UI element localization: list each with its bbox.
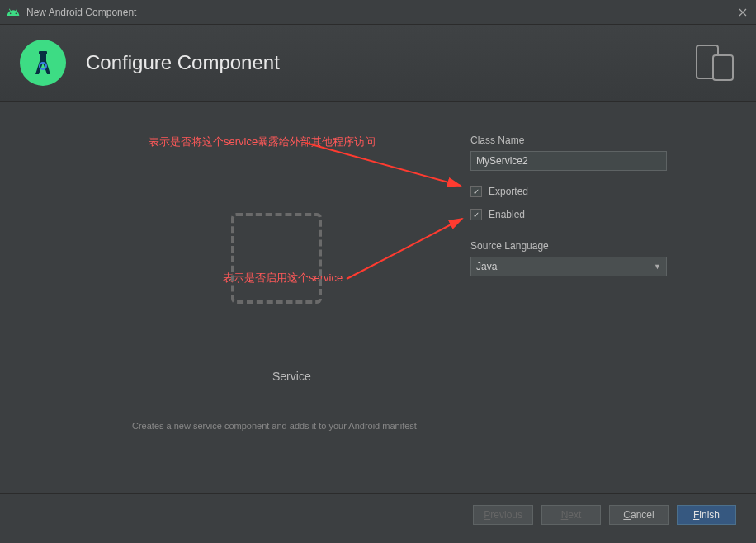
cancel-button[interactable]: Cancel xyxy=(609,505,669,525)
devices-icon xyxy=(695,42,736,83)
svg-rect-2 xyxy=(39,51,47,54)
checkbox-icon xyxy=(470,186,482,197)
source-language-value: Java xyxy=(476,261,497,272)
close-icon[interactable] xyxy=(736,6,749,19)
android-icon xyxy=(7,6,20,19)
enabled-checkbox[interactable]: Enabled xyxy=(470,209,677,220)
dialog-content: 表示是否将这个service暴露给外部其他程序访问 表示是否启用这个servic… xyxy=(0,102,756,493)
dialog-header: Configure Component xyxy=(0,25,756,102)
next-button[interactable]: Next xyxy=(541,505,601,525)
class-name-label: Class Name xyxy=(470,135,677,146)
preview-description: Creates a new service component and adds… xyxy=(132,421,417,431)
finish-button[interactable]: Finish xyxy=(677,505,736,525)
chevron-down-icon: ▼ xyxy=(654,262,661,271)
class-name-input[interactable] xyxy=(470,151,667,171)
titlebar: New Android Component xyxy=(0,0,756,25)
window-title: New Android Component xyxy=(26,7,736,18)
android-studio-logo-icon xyxy=(20,40,66,86)
preview-placeholder xyxy=(231,213,322,304)
checkbox-icon xyxy=(470,209,482,220)
enabled-label: Enabled xyxy=(489,209,525,220)
preview-type-label: Service xyxy=(272,370,311,383)
preview-area: 表示是否将这个service暴露给外部其他程序访问 表示是否启用这个servic… xyxy=(116,126,446,473)
arrow-icon xyxy=(347,217,470,283)
svg-line-6 xyxy=(347,219,462,279)
annotation-exported: 表示是否将这个service暴露给外部其他程序访问 xyxy=(149,135,376,149)
svg-rect-4 xyxy=(713,55,733,80)
dialog-heading: Configure Component xyxy=(86,51,695,74)
source-language-label: Source Language xyxy=(470,240,677,252)
source-language-select[interactable]: Java ▼ xyxy=(470,257,667,276)
dialog-footer: Previous Next Cancel Finish xyxy=(0,493,756,535)
exported-checkbox[interactable]: Exported xyxy=(470,186,677,197)
exported-label: Exported xyxy=(489,186,528,197)
form: Class Name Exported Enabled Source Langu… xyxy=(470,135,677,276)
previous-button[interactable]: Previous xyxy=(473,505,533,525)
